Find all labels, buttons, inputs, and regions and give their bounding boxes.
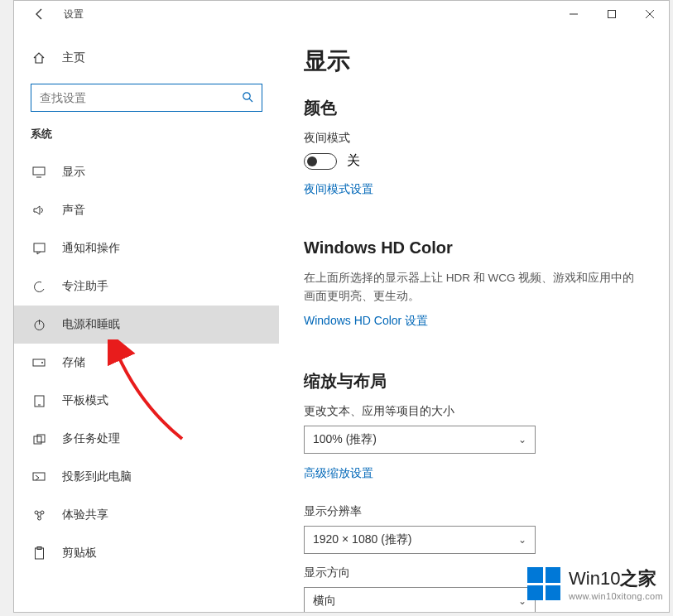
sidebar-item-label: 多任务处理 [62,431,120,446]
multitask-icon [31,434,47,445]
resolution-label: 显示分辨率 [304,504,644,519]
sidebar-item-power-sleep[interactable]: 电源和睡眠 [14,306,279,344]
hd-color-heading: Windows HD Color [304,238,644,257]
sidebar-item-label: 投影到此电脑 [62,469,132,484]
sidebar-item-label: 显示 [62,165,85,180]
search-wrap [31,84,262,112]
orientation-value: 横向 [313,594,336,609]
app-title: 设置 [64,7,84,22]
clipboard-icon [31,546,47,560]
search-box[interactable] [31,84,262,112]
shared-experience-icon [31,509,47,522]
sidebar-item-clipboard[interactable]: 剪贴板 [14,534,279,572]
sidebar-group-label: 系统 [14,127,279,153]
svg-point-2 [243,92,250,99]
color-heading: 颜色 [304,97,644,119]
svg-rect-6 [34,243,45,252]
sidebar-item-label: 体验共享 [62,508,108,522]
sidebar-item-label: 通知和操作 [62,241,120,256]
window-body: 主页 系统 显示 声音 [14,27,669,612]
resolution-value: 1920 × 1080 (推荐) [313,532,411,547]
sidebar-item-storage[interactable]: 存储 [14,344,279,382]
home-icon [31,51,47,65]
svg-rect-15 [33,473,45,480]
content-pane: 显示 颜色 夜间模式 关 夜间模式设置 Windows HD Color 在上面… [279,27,669,612]
svg-rect-1 [608,11,616,18]
windows-logo-icon [527,567,560,600]
maximize-button[interactable] [593,1,631,27]
storage-icon [31,358,47,368]
search-icon [242,91,253,105]
chevron-down-icon: ⌄ [518,595,526,607]
svg-point-17 [41,511,44,514]
sidebar-item-label: 电源和睡眠 [62,317,120,332]
titlebar: 设置 [14,1,669,27]
sidebar-item-display[interactable]: 显示 [14,153,279,191]
search-input[interactable] [40,91,242,104]
page-title: 显示 [304,46,644,77]
night-light-toggle-row: 关 [304,152,644,170]
power-icon [31,319,47,331]
scale-heading: 缩放与布局 [304,370,644,392]
scale-label: 更改文本、应用等项目的大小 [304,404,644,419]
nav-list: 显示 声音 通知和操作 专注助手 电源和睡眠 [14,153,279,572]
svg-point-10 [41,362,43,363]
home-link[interactable]: 主页 [14,44,279,72]
tablet-icon [31,395,47,407]
orientation-dropdown[interactable]: 横向 ⌄ [304,587,536,612]
sidebar-item-sound[interactable]: 声音 [14,191,279,229]
hd-color-settings-link[interactable]: Windows HD Color 设置 [304,314,428,329]
home-label: 主页 [62,51,85,65]
night-light-toggle[interactable] [304,153,337,170]
watermark: Win10之家 www.win10xitong.com [527,566,663,601]
sound-icon [31,205,47,216]
chevron-down-icon: ⌄ [518,534,526,546]
project-icon [31,472,47,483]
night-light-label: 夜间模式 [304,131,644,146]
scale-dropdown[interactable]: 100% (推荐) ⌄ [304,426,536,454]
hd-color-desc: 在上面所选择的显示器上让 HDR 和 WCG 视频、游戏和应用中的画面更明亮、更… [304,269,644,305]
sidebar-item-label: 存储 [62,355,85,370]
sidebar-item-multitasking[interactable]: 多任务处理 [14,420,279,458]
night-light-settings-link[interactable]: 夜间模式设置 [304,182,373,197]
display-icon [31,166,47,178]
sidebar-item-label: 声音 [62,203,85,218]
focus-assist-icon [31,281,47,293]
sidebar-item-tablet-mode[interactable]: 平板模式 [14,382,279,420]
sidebar-item-label: 平板模式 [62,393,108,408]
night-light-state: 关 [347,152,360,170]
advanced-scaling-link[interactable]: 高级缩放设置 [304,466,373,481]
svg-rect-4 [33,167,45,175]
settings-window: 设置 主页 系统 [13,0,670,613]
svg-line-3 [249,99,252,102]
window-controls [555,1,669,27]
minimize-button[interactable] [555,1,593,27]
sidebar: 主页 系统 显示 声音 [14,27,279,612]
resolution-dropdown[interactable]: 1920 × 1080 (推荐) ⌄ [304,526,536,554]
sidebar-item-shared-experience[interactable]: 体验共享 [14,496,279,534]
sidebar-item-project[interactable]: 投影到此电脑 [14,458,279,496]
notifications-icon [31,243,47,255]
scale-value: 100% (推荐) [313,432,377,447]
watermark-url: www.win10xitong.com [569,591,663,601]
sidebar-item-label: 剪贴板 [62,546,97,561]
chevron-down-icon: ⌄ [518,434,526,445]
sidebar-item-notifications[interactable]: 通知和操作 [14,229,279,267]
watermark-brand: Win10之家 [569,566,663,591]
svg-point-16 [35,511,38,514]
close-button[interactable] [631,1,669,27]
sidebar-item-focus-assist[interactable]: 专注助手 [14,267,279,306]
sidebar-item-label: 专注助手 [62,279,108,294]
back-button[interactable] [31,5,49,23]
